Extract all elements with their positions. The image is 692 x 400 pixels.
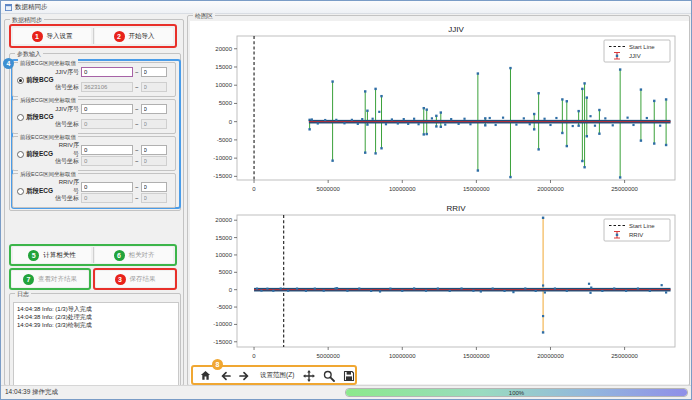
svg-text:-5000: -5000 xyxy=(217,304,233,310)
coord-label: 信号坐标 xyxy=(53,83,79,92)
status-text: 14:04:39 操作完成 xyxy=(1,388,345,397)
svg-text:25000000: 25000000 xyxy=(611,353,638,359)
range-tilde: ~ xyxy=(135,106,139,112)
log-line: 14:04:38 Info: (1/3)导入完成 xyxy=(17,305,175,313)
svg-text:0: 0 xyxy=(229,287,233,293)
radio-front-bcg[interactable]: 前段BCG xyxy=(17,76,53,85)
param-group-title: 前段ECG区间坐标取值 xyxy=(18,133,78,141)
coord-start-input xyxy=(81,193,133,203)
app-icon xyxy=(5,4,12,11)
param-group-front-ecg: 前段ECG区间坐标取值 前段ECG RRIV序号 ~ 信号坐标 ~ xyxy=(12,136,176,171)
radio-icon[interactable] xyxy=(17,151,24,158)
save-result-label: 保存结果 xyxy=(130,275,156,284)
range-tilde: ~ xyxy=(135,69,139,75)
annotation-6: 6 xyxy=(114,250,125,261)
seq-end-input[interactable] xyxy=(141,104,167,114)
seq-end-input[interactable] xyxy=(141,182,167,192)
radio-icon[interactable] xyxy=(17,188,24,195)
coord-start-input xyxy=(81,119,133,129)
radio-icon[interactable] xyxy=(17,77,24,84)
plot-group-title: 绘图区 xyxy=(193,12,215,20)
svg-text:Start Line: Start Line xyxy=(629,44,655,50)
svg-text:5000000: 5000000 xyxy=(316,186,340,192)
back-icon[interactable] xyxy=(218,369,232,383)
radio-rear-ecg[interactable]: 后段ECG xyxy=(17,187,53,196)
chart-rriv: RRIV050000001000000015000000200000002500… xyxy=(191,200,687,364)
annotation-8: 8 xyxy=(212,359,223,370)
svg-text:-10000: -10000 xyxy=(213,321,232,327)
import-settings-label: 导入设置 xyxy=(47,32,73,41)
start-import-label: 开始导入 xyxy=(129,32,155,41)
params-group-title: 参数输入 xyxy=(15,50,43,58)
forward-icon[interactable] xyxy=(238,369,252,383)
sync-group-title: 数据精同步 xyxy=(10,16,44,24)
chart-jjiv: JJIV050000001000000015000000200000002500… xyxy=(191,21,687,197)
home-icon[interactable] xyxy=(198,369,212,383)
seq-start-input[interactable] xyxy=(81,182,133,192)
view-align-result-button[interactable]: 7 查看对齐结果 xyxy=(12,271,88,287)
param-group-title: 前段BCG区间坐标取值 xyxy=(18,59,78,67)
log-groupbox: 日志 14:04:38 Info: (1/3)导入完成 14:04:38 Inf… xyxy=(9,293,181,391)
seq-label: JJIV序号 xyxy=(53,68,79,77)
log-area[interactable]: 14:04:38 Info: (1/3)导入完成 14:04:38 Info: … xyxy=(13,302,179,388)
radio-label: 后段BCG xyxy=(26,113,53,122)
svg-text:-5000: -5000 xyxy=(217,137,233,143)
log-line: 14:04:39 Info: (3/3)绘制完成 xyxy=(17,321,175,329)
param-group-rear-ecg: 后段ECG区间坐标取值 后段ECG RRIV序号 ~ 信号坐标 ~ xyxy=(12,173,176,208)
window-title: 数据精同步 xyxy=(15,3,48,12)
save-icon[interactable] xyxy=(342,369,356,383)
progress-bar: 100% xyxy=(345,388,688,397)
svg-text:5000000: 5000000 xyxy=(316,353,340,359)
coord-end-input xyxy=(141,82,167,92)
param-group-title: 后段ECG区间坐标取值 xyxy=(18,170,78,178)
svg-text:15000000: 15000000 xyxy=(463,186,490,192)
compute-correlation-label: 计算相关性 xyxy=(43,251,76,260)
seq-start-input[interactable] xyxy=(81,67,133,77)
svg-text:-10000: -10000 xyxy=(213,155,232,161)
import-settings-button[interactable]: 1 导入设置 xyxy=(13,28,91,44)
seq-end-input[interactable] xyxy=(141,67,167,77)
matplotlib-figure: JJIV050000001000000015000000200000002500… xyxy=(190,21,689,384)
seq-start-input[interactable] xyxy=(81,104,133,114)
sync-groupbox: 数据精同步 1 导入设置 2 开始导入 参数输入 4 前段BCG区间坐标取值 前… xyxy=(4,19,184,386)
radio-icon[interactable] xyxy=(17,114,24,121)
svg-text:15000: 15000 xyxy=(215,64,232,70)
svg-text:0: 0 xyxy=(252,186,256,192)
log-line: 14:04:38 Info: (2/3)处理完成 xyxy=(17,313,175,321)
coord-label: 信号坐标 xyxy=(53,194,79,203)
app-window: 数据精同步 数据精同步 1 导入设置 2 开始导入 参数输入 4 前段BCG区间… xyxy=(0,0,692,400)
coord-end-input xyxy=(141,119,167,129)
set-range-button[interactable]: 设置范围(Z) xyxy=(258,370,296,381)
svg-text:0: 0 xyxy=(229,119,233,125)
button-divider xyxy=(93,28,94,44)
radio-front-ecg[interactable]: 前段ECG xyxy=(17,150,53,159)
svg-text:5000: 5000 xyxy=(219,100,233,106)
coord-start-input xyxy=(81,156,133,166)
annotation-7: 7 xyxy=(23,274,34,285)
compute-correlation-button[interactable]: 5 计算相关性 xyxy=(13,247,91,263)
save-result-button[interactable]: 3 保存结果 xyxy=(96,271,174,287)
seq-start-input[interactable] xyxy=(81,145,133,155)
svg-text:20000000: 20000000 xyxy=(537,186,564,192)
annotation-2: 2 xyxy=(114,31,125,42)
pan-icon[interactable] xyxy=(302,369,316,383)
coord-label: 信号坐标 xyxy=(53,120,79,129)
radio-label: 前段BCG xyxy=(26,76,53,85)
svg-text:5000: 5000 xyxy=(219,269,233,275)
start-import-button[interactable]: 2 开始导入 xyxy=(95,28,173,44)
range-tilde: ~ xyxy=(135,147,139,153)
svg-text:15000: 15000 xyxy=(215,235,232,241)
range-tilde: ~ xyxy=(135,84,139,90)
zoom-icon[interactable] xyxy=(322,369,336,383)
param-group-title: 后段BCG区间坐标取值 xyxy=(18,96,78,104)
seq-end-input[interactable] xyxy=(141,145,167,155)
radio-rear-bcg[interactable]: 后段BCG xyxy=(17,113,53,122)
param-group-rear-bcg: 后段BCG区间坐标取值 后段BCG JJIV序号 ~ 信号坐标 ~ xyxy=(12,99,176,134)
coord-label: 信号坐标 xyxy=(53,157,79,166)
plot-groupbox: 绘图区 JJIV05000000100000001500000020000000… xyxy=(187,15,690,386)
svg-text:10000: 10000 xyxy=(215,252,232,258)
svg-text:RRIV: RRIV xyxy=(446,204,466,213)
param-group-front-bcg: 前段BCG区间坐标取值 前段BCG JJIV序号 ~ 信号坐标 ~ xyxy=(12,62,176,97)
correlation-align-button[interactable]: 6 相关对齐 xyxy=(95,247,173,263)
svg-text:Start Line: Start Line xyxy=(629,223,655,229)
